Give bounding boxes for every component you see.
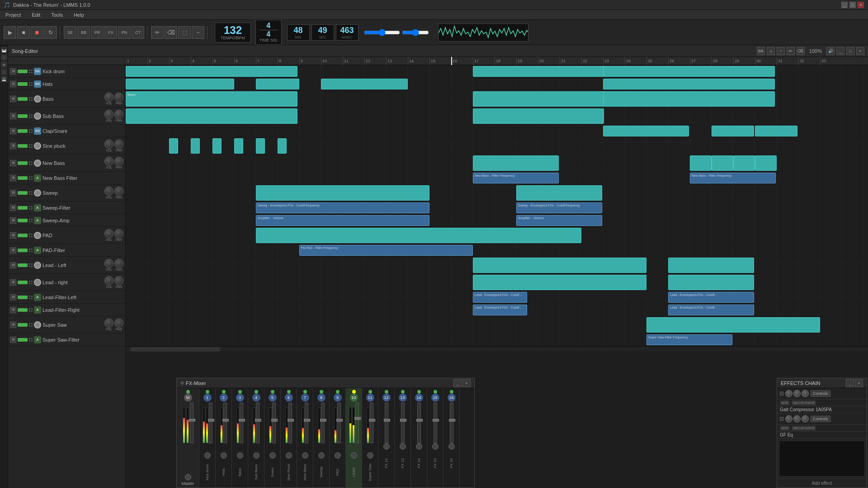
pattern-hats-1[interactable] xyxy=(126,79,234,89)
effect-ctrl-1[interactable]: Controls xyxy=(811,390,830,397)
fx-fader-handle-6[interactable] xyxy=(288,419,294,422)
pattern-bass-2[interactable] xyxy=(473,91,604,107)
pattern-hats-2[interactable] xyxy=(256,79,299,89)
record-button[interactable]: ⏺ xyxy=(31,26,43,39)
pattern-newbass-5[interactable] xyxy=(755,155,777,171)
fx-fader-3[interactable] xyxy=(240,403,243,443)
maximize-button[interactable]: □ xyxy=(849,1,856,9)
fx-mixer-button[interactable]: FX xyxy=(104,26,117,39)
track-gear-hats[interactable]: ⚙ xyxy=(10,81,16,87)
pattern-row-padfilter[interactable]: PA-PAD - Filter Frequency xyxy=(126,244,868,257)
fx-fader-handle-5[interactable] xyxy=(271,419,278,422)
add-effect-button[interactable]: Add effect xyxy=(777,479,867,488)
fx-led-14[interactable] xyxy=(417,390,421,394)
fx-fader-9[interactable] xyxy=(337,403,341,443)
track-mute-bass[interactable] xyxy=(18,97,28,101)
se-draw[interactable]: ✏ xyxy=(787,47,795,55)
pattern-row-leadfilterright[interactable]: Lead - Envelopes/LFOs - Cutoff... Lead -… xyxy=(126,304,868,316)
effect-knob-2c[interactable] xyxy=(802,415,809,422)
fx-led-6[interactable] xyxy=(287,390,291,394)
pattern-pad-1[interactable] xyxy=(256,228,581,243)
pattern-row-leadfilterleft[interactable]: Lead - Envelopes/LFOs - Cutoff... Lead -… xyxy=(126,291,868,304)
play-button[interactable]: ▶ xyxy=(4,26,16,39)
tempo-display[interactable]: 132 TEMPO/BPM xyxy=(215,23,251,42)
fx-fader-11[interactable] xyxy=(370,403,373,443)
fx-mixer-minimize[interactable]: _ xyxy=(453,379,462,387)
effect-led-1[interactable] xyxy=(780,392,783,395)
pattern-supersaw-1[interactable] xyxy=(646,317,820,333)
pattern-row-leadright[interactable] xyxy=(126,274,868,291)
track-mute-subbass[interactable] xyxy=(18,114,28,118)
track-gear-sweepfilter[interactable]: ⚙ xyxy=(10,205,16,211)
fx-send-15[interactable] xyxy=(432,443,439,450)
track-mute-pad[interactable] xyxy=(18,234,28,237)
fx-fader-5[interactable] xyxy=(272,403,276,443)
sweep-pan-knob[interactable] xyxy=(114,187,123,196)
fx-send-14[interactable] xyxy=(416,443,422,450)
pattern-leadfilterleft-1[interactable]: Lead - Envelopes/LFOs - Cutoff... xyxy=(473,292,527,303)
effect-led-2[interactable] xyxy=(780,417,783,421)
fx-led-10[interactable] xyxy=(352,390,356,394)
fx-fader-14[interactable] xyxy=(417,403,421,443)
erase-mode[interactable]: ⌫ xyxy=(165,26,177,39)
track-mute-leadright[interactable] xyxy=(18,281,28,284)
master-volume-slider[interactable] xyxy=(364,29,400,36)
pattern-newbassfilter-2[interactable]: New Bass - Filter Frequency xyxy=(690,173,776,183)
bass-pan-knob[interactable] xyxy=(114,93,123,102)
pattern-newbass-1[interactable] xyxy=(473,155,559,171)
pattern-sinepluck-1[interactable] xyxy=(169,138,178,154)
se-maximize[interactable]: □ xyxy=(846,47,854,55)
se-minimize[interactable]: _ xyxy=(836,47,844,55)
fx-fader-handle-10[interactable] xyxy=(354,417,361,420)
pattern-supersawfilter-1[interactable]: Super Saw-Filter Frequency xyxy=(646,334,732,345)
pattern-sinepluck-3[interactable] xyxy=(212,138,222,154)
detuning-mode[interactable]: ~ xyxy=(192,26,204,39)
fx-send-1[interactable] xyxy=(204,452,211,459)
se-close[interactable]: × xyxy=(856,47,864,55)
track-gear-leadfilterright[interactable]: ⚙ xyxy=(10,307,16,313)
pattern-row-leadleft[interactable] xyxy=(126,257,868,274)
fx-led-16[interactable] xyxy=(450,390,453,394)
fx-send-2[interactable] xyxy=(221,452,227,459)
pattern-subbass-1[interactable] xyxy=(126,108,297,124)
fx-fader-10[interactable] xyxy=(355,403,359,443)
pattern-row-supersawfilter[interactable]: Super Saw-Filter Frequency xyxy=(126,333,868,346)
fx-send-12[interactable] xyxy=(383,443,390,450)
track-mute-leadleft[interactable] xyxy=(18,263,28,267)
pattern-newbass-4[interactable] xyxy=(733,155,755,171)
fx-fader-2[interactable] xyxy=(223,403,227,443)
fx-fader-7[interactable] xyxy=(305,403,308,443)
se-add-auto[interactable]: ~ xyxy=(777,47,785,55)
pattern-row-newbass[interactable] xyxy=(126,155,868,172)
project-notes-button[interactable]: PN xyxy=(118,26,131,39)
piano-roll-button[interactable]: PR xyxy=(91,26,104,39)
effect-knob-1a[interactable] xyxy=(785,390,793,397)
pattern-row-sinepluck[interactable] xyxy=(126,137,868,155)
pattern-newbassfilter-1[interactable]: New Bass - Filter Frequency xyxy=(473,173,559,183)
track-mute-leadfilterleft[interactable] xyxy=(18,296,28,299)
track-gear-leadleft[interactable]: ⚙ xyxy=(10,262,16,268)
track-gear-supersawfilter[interactable]: ⚙ xyxy=(10,337,16,343)
fx-fader-4[interactable] xyxy=(256,403,259,443)
track-mute-leadfilterright[interactable] xyxy=(18,308,28,312)
controller-button[interactable]: CT xyxy=(132,26,144,39)
select-mode[interactable]: ⬚ xyxy=(178,26,191,39)
pattern-kick-3[interactable] xyxy=(603,66,775,77)
newbass-pan-knob[interactable] xyxy=(114,157,123,166)
track-mute-sweepamp[interactable] xyxy=(18,219,28,222)
fx-led-15[interactable] xyxy=(434,390,437,394)
newbass-vol-knob[interactable] xyxy=(104,157,113,166)
track-gear-sweepamp[interactable]: ⚙ xyxy=(10,217,16,224)
fx-fader-1[interactable] xyxy=(209,403,212,443)
menu-help[interactable]: Help xyxy=(72,11,86,19)
pattern-leadfilterleft-2[interactable]: Lead - Envelopes/LFOs - Cutoff... xyxy=(668,292,754,303)
pattern-sweepamp-2[interactable]: Amplifier - Volume xyxy=(516,215,602,226)
leadleft-pan-knob[interactable] xyxy=(114,259,123,268)
pattern-sweepamp-1[interactable]: Amplifier - Volume xyxy=(256,215,429,226)
fx-fader-6[interactable] xyxy=(288,403,292,443)
pattern-leadright-2[interactable] xyxy=(668,275,754,290)
pattern-leadfilterright-1[interactable]: Lead - Envelopes/LFOs - Cutoff... xyxy=(473,305,527,315)
song-editor-button[interactable]: SE xyxy=(64,26,76,39)
time-signature[interactable]: 4 4 TIME SIG xyxy=(255,20,282,45)
track-mute-sweep[interactable] xyxy=(18,191,28,195)
